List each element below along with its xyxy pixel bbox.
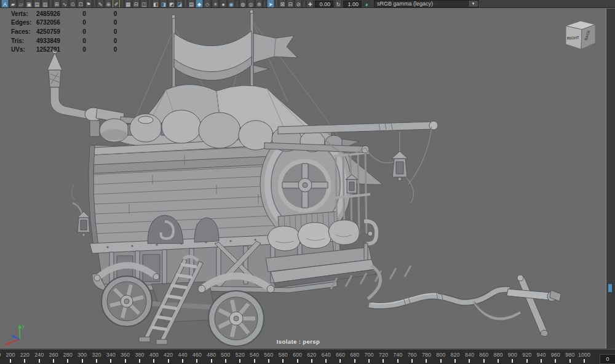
- timeline-frame-label[interactable]: 540: [250, 352, 259, 358]
- timeline-frame-label[interactable]: 840: [465, 352, 474, 358]
- coordinate-field[interactable]: 0.00: [315, 1, 333, 7]
- timeline-frame-label[interactable]: 200: [6, 352, 15, 358]
- flag[interactable]: [253, 33, 298, 74]
- time-slider[interactable]: 0 18020022024026028030032034036038040042…: [0, 349, 615, 364]
- paste-icon[interactable]: ⊟: [287, 0, 294, 8]
- viewport-shadows-icon[interactable]: ●: [220, 0, 227, 8]
- chimney[interactable]: [47, 50, 124, 124]
- hud-hist: 0: [109, 28, 122, 35]
- ipr-render-icon[interactable]: ◫: [140, 0, 148, 8]
- output-connections-icon[interactable]: ⊕: [105, 0, 112, 8]
- timeline-frame-label[interactable]: 480: [207, 352, 216, 358]
- arnold-render-icon[interactable]: ◪: [176, 0, 183, 8]
- viewport-shaded-icon[interactable]: ◈: [196, 0, 203, 8]
- view-cube[interactable]: RIGHT BACK: [560, 16, 600, 54]
- snap-grid-icon[interactable]: ⊞: [53, 0, 60, 8]
- transform-axis-icon[interactable]: ✚: [306, 0, 314, 8]
- delete-history-icon[interactable]: ⊘: [295, 0, 302, 8]
- viewport-wireframe-icon[interactable]: ▤: [188, 0, 195, 8]
- timeline-frame-label[interactable]: 280: [63, 352, 73, 358]
- snap-view-plane-icon[interactable]: ⊡: [77, 0, 84, 8]
- 3d-viewport[interactable]: Verts:248592600Edges:673205600Faces:4250…: [0, 9, 615, 349]
- color-management-icon[interactable]: ◕: [363, 0, 370, 8]
- timeline-frame-label[interactable]: 860: [479, 352, 488, 358]
- side-lantern[interactable]: [73, 203, 90, 237]
- timeline-frame-label[interactable]: 180: [0, 352, 1, 358]
- viewport-textured-icon[interactable]: ◇: [204, 0, 211, 8]
- timeline-frame-label[interactable]: 720: [379, 352, 388, 358]
- timeline-frame-label[interactable]: 560: [264, 352, 273, 358]
- light-editor-icon[interactable]: ◩: [168, 0, 175, 8]
- timeline-frame-label[interactable]: 940: [537, 352, 546, 358]
- timeline-frame-label[interactable]: 440: [178, 352, 187, 358]
- timeline-tick: [454, 359, 456, 363]
- render-settings-icon[interactable]: ◧: [152, 0, 159, 8]
- timeline-frame-label[interactable]: 220: [20, 352, 30, 358]
- construction-history-icon[interactable]: ✐: [113, 0, 120, 8]
- viewport-lights-icon[interactable]: ✳: [212, 0, 219, 8]
- viewport-ao-icon[interactable]: ◉: [228, 0, 235, 8]
- select-points-icon[interactable]: ▤: [33, 0, 41, 8]
- timeline-frame-label[interactable]: 520: [236, 352, 245, 358]
- timeline-frame-label[interactable]: 620: [307, 352, 316, 358]
- render-current-frame-icon[interactable]: ⊟: [132, 0, 140, 8]
- timeline-frame-label[interactable]: 820: [451, 352, 460, 358]
- make-live-icon[interactable]: ⚑: [85, 0, 92, 8]
- hud-label: Faces:: [11, 28, 36, 35]
- timeline-frame-label[interactable]: 780: [422, 352, 431, 358]
- timeline-frame-label[interactable]: 400: [149, 352, 159, 358]
- rotate-axis-icon[interactable]: ↻: [335, 0, 342, 8]
- timeline-frame-label[interactable]: 880: [494, 352, 503, 358]
- timeline-frame-label[interactable]: 300: [77, 352, 87, 358]
- timeline-frame-label[interactable]: 760: [408, 352, 417, 358]
- timeline-frame-label[interactable]: 640: [322, 352, 331, 358]
- duplicate-icon[interactable]: ⊠: [279, 0, 286, 8]
- rear-wheel[interactable]: [101, 276, 152, 326]
- timeline-frame-label[interactable]: 1000: [578, 352, 590, 358]
- timeline-frame-label[interactable]: 260: [49, 352, 58, 358]
- timeline-frame-label[interactable]: 960: [551, 352, 560, 358]
- snap-point-icon[interactable]: ⊙: [69, 0, 76, 8]
- timeline-frame-label[interactable]: 700: [365, 352, 374, 358]
- timeline-frame-label[interactable]: 500: [221, 352, 230, 358]
- render-view-icon[interactable]: ▦: [124, 0, 132, 8]
- select-object-icon[interactable]: ▱: [17, 0, 25, 8]
- hypershade-icon[interactable]: ◨: [160, 0, 167, 8]
- timeline-frame-label[interactable]: 580: [279, 352, 288, 358]
- current-frame-field[interactable]: 0: [600, 354, 615, 364]
- banner[interactable]: [174, 31, 252, 81]
- view-transform-dropdown[interactable]: sRGB gamma (legacy)▼: [374, 0, 478, 7]
- drawbar-handle[interactable]: [369, 275, 561, 336]
- timeline-frame-label[interactable]: 380: [135, 352, 144, 358]
- chevron-down-icon[interactable]: ▼: [468, 1, 478, 7]
- timeline-frame-label[interactable]: 740: [393, 352, 402, 358]
- timeline-frame-label[interactable]: 460: [192, 352, 202, 358]
- dock-accent-marker[interactable]: [608, 284, 612, 292]
- timeline-frame-label[interactable]: 680: [350, 352, 359, 358]
- timeline-frame-label[interactable]: 920: [522, 352, 531, 358]
- timeline-frame-label[interactable]: 240: [34, 352, 44, 358]
- select-lines-icon[interactable]: ▥: [41, 0, 49, 8]
- wagon-model[interactable]: [0, 9, 615, 349]
- scale-field[interactable]: 1.00: [343, 1, 362, 7]
- timeline-frame-label[interactable]: 360: [121, 352, 130, 358]
- timeline-frame-label[interactable]: 660: [336, 352, 345, 358]
- timeline-frame-label[interactable]: 900: [508, 352, 517, 358]
- selection-mask-all-icon[interactable]: A: [1, 0, 9, 8]
- select-component-icon[interactable]: ▣: [25, 0, 33, 8]
- hud-hist: 0: [109, 46, 122, 53]
- paint-effects-icon[interactable]: ◍: [239, 0, 247, 8]
- timeline-frame-label[interactable]: 980: [565, 352, 574, 358]
- snap-curve-icon[interactable]: ∿: [61, 0, 68, 8]
- right-dock-strip[interactable]: [606, 9, 615, 364]
- select-tool-icon[interactable]: ➤: [267, 0, 274, 8]
- timeline-frame-label[interactable]: 340: [106, 352, 116, 358]
- toon-shading-icon[interactable]: ◎: [247, 0, 255, 8]
- motion-blur-icon[interactable]: ⊛: [255, 0, 263, 8]
- input-connections-icon[interactable]: ✎: [97, 0, 104, 8]
- timeline-frame-label[interactable]: 600: [293, 352, 302, 358]
- timeline-frame-label[interactable]: 320: [92, 352, 101, 358]
- select-hierarchy-icon[interactable]: ▰: [9, 0, 17, 8]
- timeline-frame-label[interactable]: 420: [164, 352, 173, 358]
- timeline-frame-label[interactable]: 800: [436, 352, 445, 358]
